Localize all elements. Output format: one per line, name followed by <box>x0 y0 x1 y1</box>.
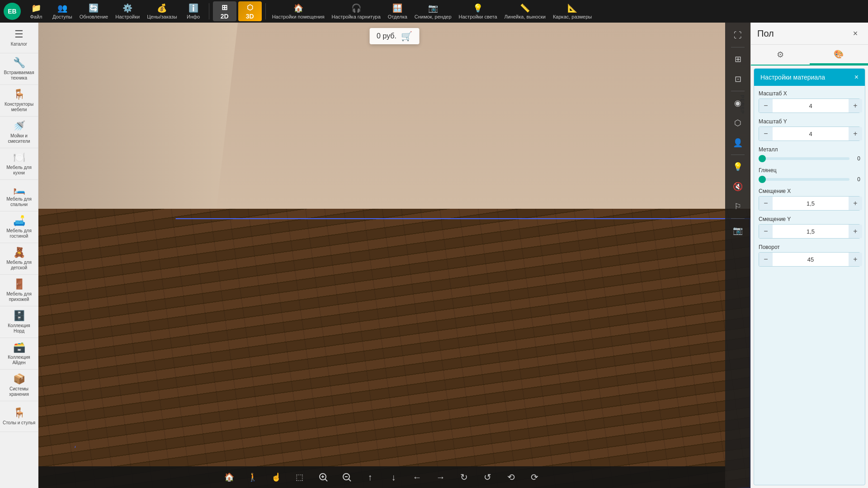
sidebar-item-living[interactable]: 🛋️ Мебель для гостиной <box>0 211 38 243</box>
file-icon: 📁 <box>31 3 41 13</box>
offset-y-plus-btn[interactable]: + <box>849 225 862 238</box>
toolbar-render[interactable]: 📷 Снимок, рендер <box>412 1 454 21</box>
toolbar-rulers[interactable]: 📏 Линейка, выноски <box>502 1 548 21</box>
gloss-slider-track[interactable] <box>759 178 849 181</box>
bt-right-btn[interactable]: → <box>433 469 449 485</box>
metal-slider-track[interactable] <box>759 157 849 160</box>
offset-x-input[interactable] <box>773 197 849 210</box>
bt-select-btn[interactable]: ⬚ <box>292 469 308 485</box>
offset-y-minus-btn[interactable]: − <box>759 225 773 238</box>
toolbar-update[interactable]: 🔄 Обновление <box>77 1 111 21</box>
toolbar-light[interactable]: 💡 Настройки света <box>456 1 500 21</box>
prices-icon: 💰 <box>157 3 167 13</box>
toolbar-2d[interactable]: ⊞ 2D <box>213 1 236 21</box>
sidebar-item-constructors[interactable]: 🪑 Конструкторы мебели <box>0 85 38 117</box>
vp-cube-btn[interactable]: ⬡ <box>729 114 747 132</box>
sidebar-item-catalog[interactable]: ☰ Каталог <box>0 23 38 53</box>
sidebar-item-kids[interactable]: 🧸 Мебель для детской <box>0 243 38 275</box>
constructors-icon: 🪑 <box>13 89 25 100</box>
sidebar-item-kitchen[interactable]: 🍽️ Мебель для кухни <box>0 148 38 180</box>
bt-home-btn[interactable]: 🏠 <box>221 469 237 485</box>
bt-zoom-out-btn[interactable] <box>339 469 355 485</box>
sidebar-item-sinks[interactable]: 🚿 Мойки и смесители <box>0 117 38 148</box>
vp-sep-1 <box>731 47 745 47</box>
toolbar-access[interactable]: 👥 Доступы <box>50 1 75 21</box>
bt-left-btn[interactable]: ← <box>409 469 425 485</box>
metal-slider-thumb[interactable] <box>759 155 766 162</box>
vp-flag-btn[interactable]: ⚐ <box>729 197 747 216</box>
toolbar-prices-label: Цены/заказы <box>147 14 177 19</box>
panel-tab-paint[interactable]: 🎨 <box>810 45 868 65</box>
bt-walk-btn[interactable]: 🚶 <box>245 469 261 485</box>
sidebar-item-hallway[interactable]: 🚪 Мебель для прихожей <box>0 275 38 306</box>
bt-rotate-cw-btn[interactable]: ↻ <box>456 469 472 485</box>
sidebar-item-chairs[interactable]: 🪑 Столы и стулья <box>0 401 38 432</box>
viewport[interactable]: 0 руб. 🛒 PERSP ⛶ ⊞ ⊡ ◉ ⬡ 👤 💡 🔇 ⚐ 📷 🏠 🚶 <box>38 23 750 488</box>
scale-y-label: Масштаб Y <box>759 118 860 125</box>
toolbar-finish[interactable]: 🪟 Отделка <box>385 1 410 21</box>
scale-x-minus-btn[interactable]: − <box>759 99 773 113</box>
toolbar-prices[interactable]: 💰 Цены/заказы <box>144 1 179 21</box>
bt-touch-btn[interactable]: ☝️ <box>268 469 284 485</box>
settings-icon: ⚙️ <box>123 3 132 13</box>
sidebar-kitchen-label: Мебель для кухни <box>2 165 36 176</box>
vp-crop-btn[interactable]: ⊡ <box>729 70 747 88</box>
bt-rotate-back-btn[interactable]: ↺ <box>480 469 496 485</box>
sidebar-item-ayden[interactable]: 🗃️ Коллекция Айден <box>0 338 38 370</box>
offset-x-plus-btn[interactable]: + <box>849 197 862 210</box>
svg-line-1 <box>325 479 327 481</box>
sidebar-item-builtin[interactable]: 🔧 Встраиваемая техника <box>0 53 38 85</box>
bt-down-btn[interactable]: ↓ <box>386 469 402 485</box>
toolbar-frame[interactable]: 📐 Каркас, размеры <box>550 1 594 21</box>
sidebar-item-bedroom[interactable]: 🛏️ Мебель для спальни <box>0 180 38 211</box>
toolbar-room-settings[interactable]: 🏠 Настройки помещения <box>269 1 327 21</box>
vp-fullscreen-btn[interactable]: ⛶ <box>729 26 747 44</box>
vp-camera-btn[interactable]: 📷 <box>729 221 747 239</box>
material-settings-panel: Настройки материала × Масштаб X − + Масш… <box>754 68 865 485</box>
panel-close-btn[interactable]: × <box>849 27 862 40</box>
toolbar-2d-label: 2D <box>221 13 229 20</box>
sidebar-builtin-label: Встраиваемая техника <box>2 70 36 81</box>
bt-up-btn[interactable]: ↑ <box>362 469 378 485</box>
scale-x-plus-btn[interactable]: + <box>849 99 862 113</box>
toolbar-3d[interactable]: ⬡ 3D <box>238 1 262 21</box>
vp-material-btn[interactable]: ◉ <box>729 94 747 112</box>
storage-icon: 📦 <box>13 373 25 385</box>
bt-redo-btn[interactable]: ⟳ <box>527 469 543 485</box>
gloss-slider-thumb[interactable] <box>759 176 766 183</box>
offset-x-minus-btn[interactable]: − <box>759 197 773 210</box>
cart-icon[interactable]: 🛒 <box>401 31 412 42</box>
material-settings-close[interactable]: × <box>854 73 859 81</box>
toolbar-headset[interactable]: 🎧 Настройка гарнитура <box>329 1 383 21</box>
vp-sep-3 <box>731 155 745 155</box>
toolbar-finish-label: Отделка <box>388 14 407 19</box>
rotation-plus-btn[interactable]: + <box>849 253 862 266</box>
scale-x-input[interactable] <box>773 99 849 113</box>
vp-light-btn[interactable]: 💡 <box>729 158 747 176</box>
bt-zoom-in-btn[interactable] <box>315 469 331 485</box>
builtin-icon: 🔧 <box>13 57 25 69</box>
vp-grid-btn[interactable]: ⊞ <box>729 50 747 68</box>
light-icon: 💡 <box>473 3 483 13</box>
offset-y-input[interactable] <box>773 225 849 238</box>
chairs-icon: 🪑 <box>13 407 25 419</box>
toolbar-settings[interactable]: ⚙️ Настройки <box>113 1 142 21</box>
scale-y-input[interactable] <box>773 127 849 141</box>
scale-y-minus-btn[interactable]: − <box>759 127 773 141</box>
vp-person-btn[interactable]: 👤 <box>729 134 747 152</box>
toolbar-info-label: Инфо <box>187 14 200 19</box>
toolbar-file[interactable]: 📁 Файл <box>24 1 48 21</box>
zoom-in-icon <box>319 473 328 482</box>
toolbar-room-label: Настройки помещения <box>272 14 325 19</box>
panel-tab-settings[interactable]: ⚙ <box>751 45 810 65</box>
scale-y-plus-btn[interactable]: + <box>849 127 862 141</box>
toolbar-info[interactable]: ℹ️ Инфо <box>182 1 205 21</box>
bt-undo-btn[interactable]: ⟲ <box>503 469 519 485</box>
sidebar-item-nord[interactable]: 🗄️ Коллекция Норд <box>0 306 38 338</box>
app-logo[interactable]: EB <box>4 3 21 20</box>
rotation-input[interactable] <box>773 253 849 266</box>
rotation-minus-btn[interactable]: − <box>759 253 773 266</box>
right-panel: Пол × ⚙ 🎨 Настройки материала × Масштаб … <box>750 23 868 488</box>
vp-mute-btn[interactable]: 🔇 <box>729 178 747 196</box>
sidebar-item-storage[interactable]: 📦 Системы хранения <box>0 370 38 401</box>
